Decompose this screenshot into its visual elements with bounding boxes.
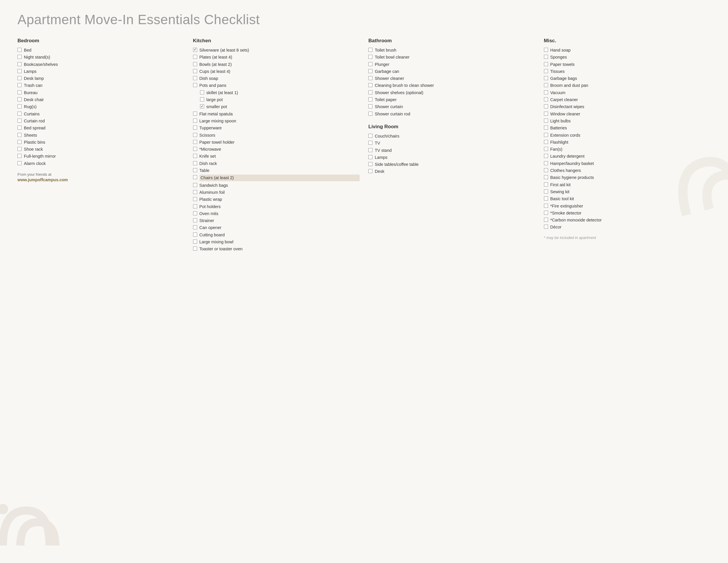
checkbox[interactable] xyxy=(17,126,22,130)
checkbox[interactable] xyxy=(544,69,548,73)
checkbox[interactable] xyxy=(368,155,372,159)
checkbox[interactable] xyxy=(17,154,22,158)
checkbox[interactable] xyxy=(544,55,548,59)
checkbox[interactable] xyxy=(368,83,372,87)
checkbox[interactable] xyxy=(368,104,372,108)
checkbox[interactable] xyxy=(544,119,548,123)
checkbox[interactable] xyxy=(368,62,372,66)
checkbox[interactable] xyxy=(200,104,204,108)
checkbox[interactable] xyxy=(193,211,197,215)
list-item: Tissues xyxy=(544,68,711,74)
checkbox[interactable] xyxy=(368,48,372,52)
checkbox[interactable] xyxy=(193,190,197,194)
checkbox[interactable] xyxy=(193,140,197,144)
item-text: smaller pot xyxy=(206,104,360,110)
checkbox[interactable] xyxy=(193,126,197,130)
checkbox[interactable] xyxy=(544,161,548,165)
checkbox[interactable] xyxy=(368,55,372,59)
checkbox[interactable] xyxy=(17,147,22,151)
checkbox[interactable] xyxy=(368,169,372,173)
checkbox[interactable] xyxy=(544,189,548,193)
checkbox[interactable] xyxy=(193,55,197,59)
checkbox[interactable] xyxy=(17,140,22,144)
checkbox[interactable] xyxy=(17,133,22,137)
misc-header: Misc. xyxy=(544,38,711,44)
checkbox[interactable] xyxy=(368,90,372,94)
checkbox[interactable] xyxy=(544,218,548,222)
list-item: Sandwich bags xyxy=(193,182,360,188)
checkbox[interactable] xyxy=(193,154,197,158)
checkbox[interactable] xyxy=(17,48,22,52)
checkbox[interactable] xyxy=(368,69,372,73)
checkbox[interactable] xyxy=(544,76,548,80)
checkbox[interactable] xyxy=(544,133,548,137)
list-item: Basic hygiene products xyxy=(544,174,711,180)
checkbox[interactable] xyxy=(17,76,22,80)
checkbox[interactable] xyxy=(200,90,204,94)
checkbox[interactable] xyxy=(17,97,22,101)
checkbox[interactable] xyxy=(544,83,548,87)
checkbox[interactable] xyxy=(200,97,204,101)
checkbox[interactable] xyxy=(17,104,22,108)
checkbox[interactable] xyxy=(544,211,548,215)
checkbox[interactable] xyxy=(544,48,548,52)
checkbox[interactable] xyxy=(368,162,372,166)
checkbox[interactable] xyxy=(544,62,548,66)
checkbox[interactable] xyxy=(193,218,197,222)
checkbox[interactable] xyxy=(193,133,197,137)
checkbox[interactable] xyxy=(544,126,548,130)
checkbox[interactable] xyxy=(17,90,22,94)
checkbox[interactable] xyxy=(17,55,22,59)
list-item: Batteries xyxy=(544,125,711,131)
checkbox[interactable] xyxy=(368,76,372,80)
checkbox[interactable] xyxy=(544,97,548,101)
checkbox[interactable] xyxy=(544,168,548,172)
checkbox[interactable] xyxy=(193,119,197,123)
checkbox[interactable] xyxy=(544,175,548,179)
checkbox[interactable] xyxy=(193,246,197,250)
checkbox[interactable] xyxy=(544,147,548,151)
checkbox[interactable] xyxy=(193,197,197,201)
checkbox[interactable] xyxy=(544,140,548,144)
checkbox[interactable] xyxy=(544,104,548,108)
checkbox[interactable] xyxy=(193,76,197,80)
checkbox[interactable] xyxy=(193,147,197,151)
checkbox[interactable] xyxy=(193,69,197,73)
checkbox[interactable] xyxy=(193,112,197,116)
checkbox[interactable] xyxy=(193,62,197,66)
checkbox[interactable] xyxy=(193,83,197,87)
checkbox[interactable] xyxy=(544,204,548,208)
checkbox[interactable] xyxy=(544,154,548,158)
checkbox[interactable] xyxy=(193,48,197,52)
checkbox[interactable] xyxy=(368,134,372,138)
checkbox[interactable] xyxy=(17,161,22,165)
item-text: Toilet brush xyxy=(375,47,535,53)
bedroom-header: Bedroom xyxy=(17,38,184,44)
list-item: smaller pot xyxy=(193,104,360,110)
checkbox[interactable] xyxy=(17,62,22,66)
checkbox[interactable] xyxy=(193,161,197,165)
item-text: Chairs (at least 2) xyxy=(199,174,360,181)
list-item: Flat metal spatula xyxy=(193,111,360,117)
checkbox[interactable] xyxy=(193,225,197,229)
checkbox[interactable] xyxy=(368,148,372,152)
checkbox[interactable] xyxy=(368,97,372,101)
checkbox[interactable] xyxy=(544,112,548,116)
footer-link[interactable]: www.jumpoffcampus.com xyxy=(17,177,68,182)
checkbox[interactable] xyxy=(17,112,22,116)
checkbox[interactable] xyxy=(368,112,372,116)
checkbox[interactable] xyxy=(17,119,22,123)
checkbox[interactable] xyxy=(193,232,197,236)
checkbox[interactable] xyxy=(17,83,22,87)
checkbox[interactable] xyxy=(193,175,197,179)
checkbox[interactable] xyxy=(368,141,372,145)
checkbox[interactable] xyxy=(544,90,548,94)
checkbox[interactable] xyxy=(544,182,548,186)
checkbox[interactable] xyxy=(193,239,197,243)
checkbox[interactable] xyxy=(17,69,22,73)
checkbox[interactable] xyxy=(544,196,548,200)
checkbox[interactable] xyxy=(544,225,548,229)
checkbox[interactable] xyxy=(193,204,197,208)
checkbox[interactable] xyxy=(193,183,197,187)
checkbox[interactable] xyxy=(193,168,197,172)
